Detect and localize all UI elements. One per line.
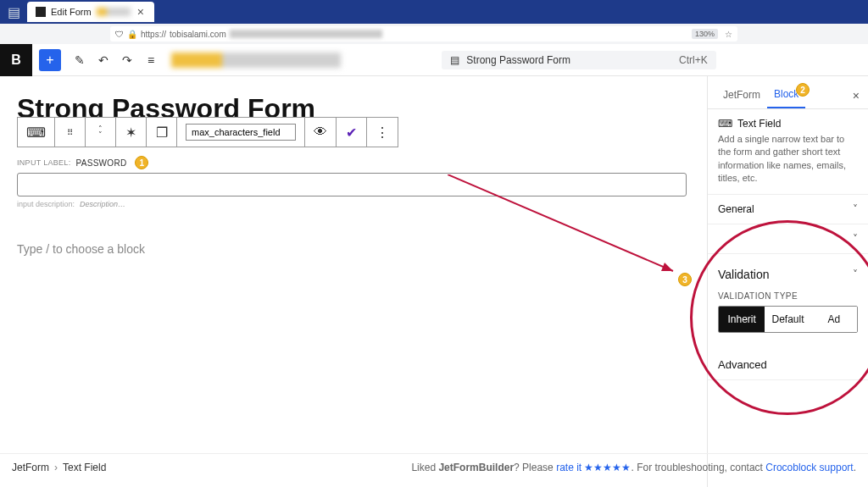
promo-q: ? Please <box>514 462 556 473</box>
section-advanced[interactable]: Advanced <box>708 350 868 380</box>
required-star-icon[interactable]: ✶ <box>116 118 147 147</box>
settings-sidebar: JetForm Block 2 × ⌨ Text Field Add a sin… <box>707 76 868 487</box>
rate-link[interactable]: rate it ★★★★★ <box>556 462 631 473</box>
lock-icon: 🔒 <box>127 30 137 39</box>
doc-title: Strong Password Form <box>466 54 570 66</box>
block-description: Add a single narrow text bar to the form… <box>718 133 858 185</box>
section-collapsed[interactable]: ˅ <box>708 224 868 254</box>
input-label-key: INPUT LABEL: <box>17 158 70 167</box>
page-icon: ▤ <box>450 54 459 66</box>
url-host: tobisalami.com <box>170 30 226 39</box>
chevron-down-icon: ˅ <box>853 203 858 215</box>
chevron-down-icon: ˅ <box>853 268 858 280</box>
add-block-button[interactable]: + <box>39 49 61 71</box>
tab-blur <box>97 8 131 16</box>
document-title-pill[interactable]: ▤ Strong Password Form Ctrl+K <box>442 51 715 69</box>
edit-mode-icon[interactable]: ✎ <box>68 48 92 72</box>
validation-advanced-button[interactable]: Ad <box>811 307 857 332</box>
breadcrumb-footer: JetForm › Text Field Liked JetFormBuilde… <box>0 453 868 470</box>
footer-promo: Liked JetFormBuilder? Please rate it ★★★… <box>411 462 856 473</box>
app-toolbar: B + ✎ ↶ ↷ ≡ ▤ Strong Password Form Ctrl+… <box>0 44 868 76</box>
validation-type-label: VALIDATION TYPE <box>718 291 858 301</box>
text-field-input[interactable] <box>17 173 687 196</box>
browser-tab[interactable]: Edit Form × <box>27 2 154 22</box>
toolbar-blur <box>171 53 341 68</box>
browser-menu-icon[interactable]: ▤ <box>5 3 22 20</box>
input-label-value[interactable]: PASSWORD <box>75 158 126 168</box>
visibility-icon[interactable]: 👁 <box>305 118 337 147</box>
bookmark-star-icon[interactable]: ☆ <box>725 30 732 39</box>
url-scheme: https:// <box>141 30 166 39</box>
svg-marker-1 <box>661 263 673 271</box>
close-sidebar-icon[interactable]: × <box>853 89 860 102</box>
tab-favicon-icon <box>36 7 46 17</box>
block-name: Text Field <box>737 118 781 130</box>
app-logo-icon[interactable]: B <box>0 44 32 76</box>
section-validation-label[interactable]: Validation <box>718 268 769 281</box>
list-view-icon[interactable]: ≡ <box>139 48 163 72</box>
redo-icon[interactable]: ↷ <box>115 48 139 72</box>
tab-title: Edit Form <box>51 7 92 17</box>
brush-icon[interactable]: ✔ <box>337 118 367 147</box>
block-type-icon[interactable]: ⌨ <box>18 118 55 147</box>
block-toolbar: ⌨ ⠿ ˄˅ ✶ ❐ 👁 ✔ ⋮ <box>17 117 398 147</box>
chevron-right-icon: › <box>54 462 58 473</box>
move-updown-icon[interactable]: ˄˅ <box>86 118 116 147</box>
promo-bold: JetFormBuilder <box>438 462 514 473</box>
section-general-label: General <box>718 203 754 215</box>
field-name-input[interactable] <box>186 124 296 141</box>
block-placeholder[interactable]: Type / to choose a block <box>17 242 690 256</box>
zoom-badge[interactable]: 130% <box>692 29 718 39</box>
chevron-down-icon: ˅ <box>853 233 858 245</box>
undo-icon[interactable]: ↶ <box>92 48 115 72</box>
promo-pre: Liked <box>411 462 438 473</box>
crumb-textfield[interactable]: Text Field <box>63 462 106 473</box>
desc-key: input description: <box>17 200 75 208</box>
drag-handle-icon[interactable]: ⠿ <box>55 118 86 147</box>
crumb-jetform[interactable]: JetForm <box>12 462 49 473</box>
copy-icon[interactable]: ❐ <box>147 118 177 147</box>
section-advanced-label: Advanced <box>718 358 767 371</box>
url-bar[interactable]: 🛡 🔒 https://tobisalami.com 130% ☆ <box>110 26 737 42</box>
validation-inherit-button[interactable]: Inherit <box>719 307 765 332</box>
field-name-input-cell <box>177 118 305 147</box>
url-blur <box>230 30 382 38</box>
validation-default-button[interactable]: Default <box>765 307 810 332</box>
tab-close-icon[interactable]: × <box>136 5 146 19</box>
desc-value[interactable]: Description… <box>80 200 125 208</box>
validation-type-group: Inherit Default Ad <box>718 306 858 333</box>
annotation-badge-1: 1 <box>135 156 148 169</box>
more-options-icon[interactable]: ⋮ <box>367 118 398 147</box>
annotation-badge-2: 2 <box>796 83 810 97</box>
tab-jetform[interactable]: JetForm <box>716 84 767 108</box>
promo-mid: . For troubleshooting, contact <box>632 462 766 473</box>
shortcut-hint: Ctrl+K <box>679 54 708 66</box>
section-general[interactable]: General ˅ <box>708 195 868 224</box>
annotation-badge-3: 3 <box>678 273 692 286</box>
shield-icon: 🛡 <box>115 30 124 39</box>
textfield-icon: ⌨ <box>718 118 732 130</box>
support-link[interactable]: Crocoblock support <box>765 462 853 473</box>
